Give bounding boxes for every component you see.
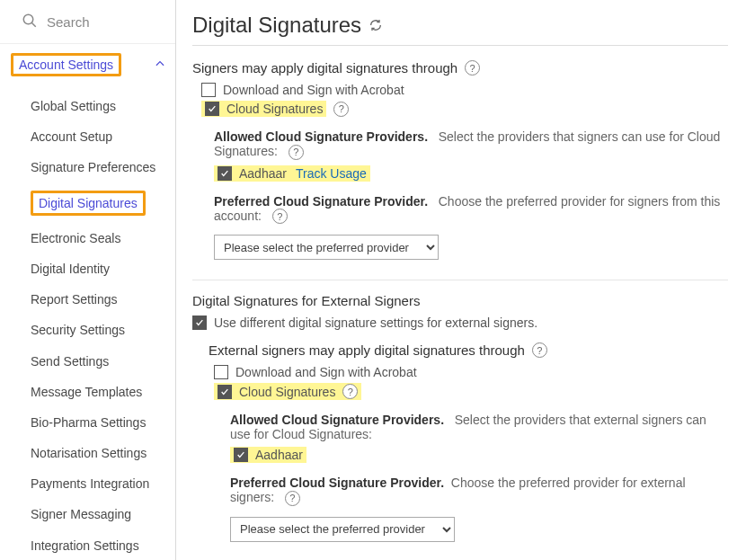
sidebar-item-signature-preferences[interactable]: Signature Preferences [0,152,175,182]
checkbox-external-download-acrobat[interactable]: Download and Sign with Acrobat [214,365,728,379]
sidebar-item-digital-identity[interactable]: Digital Identity [0,253,175,284]
preferred-provider-select[interactable]: Please select the preferred provider [214,235,439,260]
sidebar-item-send-settings[interactable]: Send Settings [0,346,175,377]
help-icon[interactable]: ? [289,145,304,160]
sidebar-item-message-templates[interactable]: Message Templates [0,377,175,407]
sidebar-item-global-settings[interactable]: Global Settings [0,91,175,121]
section-external-signers-title: Digital Signatures for External Signers [192,293,728,308]
section-external-apply-title: External signers may apply digital signa… [209,342,728,358]
sidebar-item-bio-pharma-settings[interactable]: Bio-Pharma Settings [0,407,175,438]
sidebar-item-digital-signatures[interactable]: Digital Signatures [0,183,175,223]
search-input[interactable]: Search [0,0,175,44]
preferred-provider-label: Preferred Cloud Signature Provider. Choo… [214,194,728,225]
checkbox-icon [214,365,228,379]
sidebar-item-notarisation-settings[interactable]: Notarisation Settings [0,438,175,468]
help-icon[interactable]: ? [342,384,358,399]
checkbox-icon [218,385,232,399]
help-icon[interactable]: ? [285,491,300,506]
help-icon[interactable]: ? [333,102,349,117]
svg-line-1 [31,22,36,27]
svg-point-0 [23,14,33,24]
help-icon[interactable]: ? [532,342,547,358]
search-placeholder: Search [47,14,90,30]
track-usage-link[interactable]: Track Usage [296,166,367,181]
allowed-providers-label: Allowed Cloud Signature Providers. Selec… [214,129,728,160]
checkbox-icon [218,166,232,181]
sidebar-section-label: Account Settings [11,53,121,76]
sidebar: Search Account Settings Global Settings … [0,0,176,560]
external-allowed-providers-label: Allowed Cloud Signature Providers. Selec… [230,413,728,441]
sidebar-item-account-setup[interactable]: Account Setup [0,121,175,152]
checkbox-icon [234,448,248,462]
sidebar-item-security-settings[interactable]: Security Settings [0,315,175,345]
checkbox-external-provider-aadhaar[interactable]: Aadhaar [230,447,728,463]
checkbox-icon [205,102,219,116]
checkbox-cloud-signatures[interactable]: Cloud Signatures ? [201,101,728,117]
checkbox-download-acrobat[interactable]: Download and Sign with Acrobat [201,83,728,97]
sidebar-item-electronic-seals[interactable]: Electronic Seals [0,223,175,253]
sidebar-item-report-settings[interactable]: Report Settings [0,284,175,315]
divider [192,280,728,280]
external-preferred-provider-select[interactable]: Please select the preferred provider [230,517,455,542]
sidebar-item-signer-messaging[interactable]: Signer Messaging [0,499,175,529]
checkbox-provider-aadhaar[interactable]: Aadhaar Track Usage [214,165,728,182]
help-icon[interactable]: ? [272,209,288,224]
search-icon [22,13,38,31]
main-content: Digital Signatures Signers may apply dig… [176,0,746,560]
sidebar-section-account-settings[interactable]: Account Settings [0,44,175,85]
page-title: Digital Signatures [192,13,728,38]
checkbox-use-different-external[interactable]: Use different digital signature settings… [192,316,728,330]
checkbox-icon [192,316,207,330]
sidebar-item-payments-integration[interactable]: Payments Integration [0,468,175,499]
sidebar-nav: Global Settings Account Setup Signature … [0,91,175,560]
sidebar-item-integration-settings[interactable]: Integration Settings [0,530,175,560]
checkbox-external-cloud-signatures[interactable]: Cloud Signatures ? [214,383,728,400]
chevron-up-icon [154,58,166,73]
external-preferred-provider-label: Preferred Cloud Signature Provider. Choo… [230,476,728,506]
divider [192,45,728,46]
refresh-icon[interactable] [361,13,383,38]
help-icon[interactable]: ? [465,60,480,76]
section-signers-apply-title: Signers may apply digital signatures thr… [192,60,728,76]
checkbox-icon [201,83,216,97]
